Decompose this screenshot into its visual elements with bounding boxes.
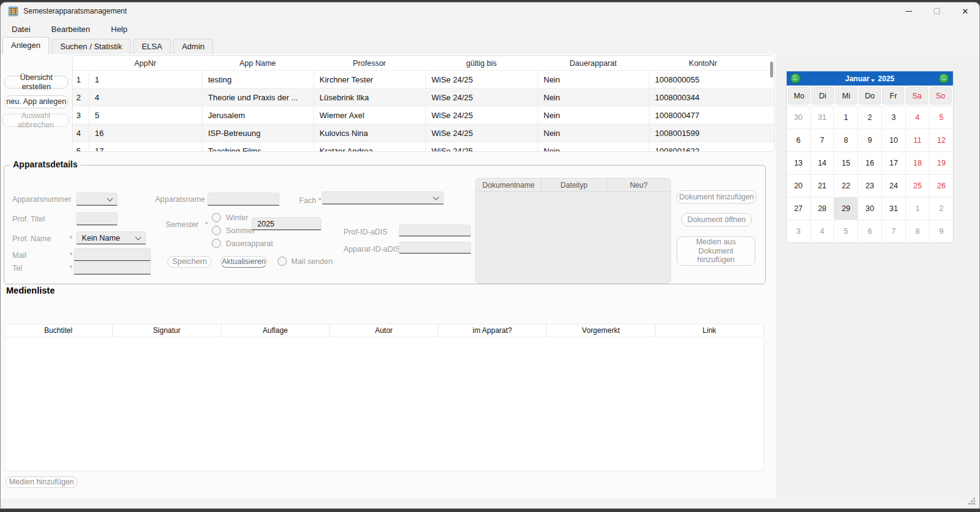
tab-anlegen[interactable]: Anlegen xyxy=(2,37,49,54)
tab-admin[interactable]: Admin xyxy=(173,39,213,54)
resize-grip[interactable] xyxy=(973,503,975,505)
cell: 5 xyxy=(89,106,202,124)
calendar-day-cell[interactable]: 1 xyxy=(833,106,857,129)
tab-suchen-statistik[interactable]: Suchen / Statistik xyxy=(52,39,131,54)
calendar-day-cell[interactable]: 21 xyxy=(810,174,834,197)
calendar-day-cell[interactable]: 10 xyxy=(882,129,906,151)
medien-aus-dokument-button[interactable]: Medien aus Dokument hinzufügen xyxy=(677,236,755,266)
calendar-day-cell[interactable]: 18 xyxy=(906,151,930,174)
calendar-prev-button[interactable]: ← xyxy=(790,73,801,84)
maximize-icon xyxy=(934,8,940,14)
calendar-day-cell[interactable]: 12 xyxy=(929,129,953,151)
apps-table-row[interactable]: 35JerusalemWiemer AxelWiSe 24/25Nein1008… xyxy=(73,106,774,124)
fach-dropdown[interactable] xyxy=(322,191,444,204)
tab-elsa[interactable]: ELSA xyxy=(133,39,171,54)
calendar-day-cell[interactable]: 17 xyxy=(882,151,906,174)
calendar-day-cell[interactable]: 26 xyxy=(929,174,953,197)
calendar-next-button[interactable]: → xyxy=(939,73,949,84)
calendar-day-cell[interactable]: 14 xyxy=(810,151,834,174)
calendar-day-cell[interactable]: 9 xyxy=(857,129,882,151)
mail-input[interactable] xyxy=(74,248,151,261)
calendar-day-cell[interactable]: 19 xyxy=(929,151,953,174)
tel-input[interactable] xyxy=(74,262,151,274)
apps-table-row[interactable]: 11testingKirchner TesterWiSe 24/25Nein10… xyxy=(73,71,774,89)
apps-table-row[interactable]: 24Theorie und Praxis der ...Lüsebrink Il… xyxy=(73,89,774,106)
calendar-day-cell[interactable]: 6 xyxy=(857,220,882,242)
sommer-radio[interactable] xyxy=(212,226,221,235)
dokument-oeffnen-button[interactable]: Dokument öffnen xyxy=(681,213,752,226)
calendar-day-header-di: Di xyxy=(811,87,833,105)
menu-help[interactable]: Help xyxy=(105,22,134,37)
row-number: 1 xyxy=(73,71,89,88)
mail-senden-checkbox[interactable] xyxy=(278,257,287,266)
close-button[interactable]: ✕ xyxy=(951,2,979,20)
dauerapparat-radio[interactable] xyxy=(212,239,221,248)
calendar-day-cell[interactable]: 6 xyxy=(787,129,810,151)
calendar-day-cell[interactable]: 31 xyxy=(810,106,834,129)
calendar-day-cell[interactable]: 27 xyxy=(787,197,810,220)
calendar-day-cell[interactable]: 5 xyxy=(929,106,953,129)
prof-name-dropdown[interactable]: Kein Name xyxy=(76,231,146,244)
mail-label: Mail xyxy=(12,251,26,260)
calendar-day-cell[interactable]: 31 xyxy=(882,197,906,220)
calendar-day-cell[interactable]: 2 xyxy=(857,106,882,129)
calendar-day-cell[interactable]: 28 xyxy=(810,197,834,220)
media-column-header: Signatur xyxy=(112,324,220,337)
apparat-id-input[interactable] xyxy=(399,242,471,254)
menu-bar: DateiBearbeitenHelp xyxy=(1,20,979,38)
prof-name-label: Prof. Name xyxy=(12,234,51,243)
apparatsname-input[interactable] xyxy=(207,193,279,206)
apps-table-scrollbar[interactable] xyxy=(770,62,773,78)
calendar-day-cell[interactable]: 23 xyxy=(857,174,882,197)
sidebar-button-1[interactable]: Übersicht erstellen xyxy=(4,76,68,89)
speichern-button[interactable]: Speichern xyxy=(167,256,212,268)
menu-bearbeiten[interactable]: Bearbeiten xyxy=(45,22,96,37)
apps-table-row[interactable]: 517Teaching FilmsKratzer AndreaWiSe 24/2… xyxy=(73,142,774,152)
menu-datei[interactable]: Datei xyxy=(6,22,36,37)
winter-radio[interactable] xyxy=(212,213,221,222)
calendar-day-header-sa: Sa xyxy=(906,87,928,105)
calendar-day-cell[interactable]: 25 xyxy=(906,174,930,197)
medien-hinzufuegen-button[interactable]: Medien hinzufügen xyxy=(6,476,78,488)
calendar-month: Januar xyxy=(845,74,869,83)
calendar-day-cell[interactable]: 11 xyxy=(906,129,930,151)
calendar-grid: 3031123456789101112131415161718192021222… xyxy=(787,106,953,242)
apps-table-row[interactable]: 416ISP-BetreuungKulovics NinaWiSe 24/25N… xyxy=(73,124,774,142)
calendar-day-cell[interactable]: 8 xyxy=(906,220,930,242)
calendar-day-cell[interactable]: 2 xyxy=(929,197,953,220)
calendar-day-cell[interactable]: 3 xyxy=(882,106,906,129)
calendar-day-cell[interactable]: 13 xyxy=(787,151,810,174)
calendar-day-cell[interactable]: 20 xyxy=(787,174,810,197)
calendar-day-cell[interactable]: 30 xyxy=(787,106,810,129)
calendar-day-cell[interactable]: 30 xyxy=(857,197,882,220)
calendar-week: 6789101112 xyxy=(787,129,953,151)
calendar-day-cell[interactable]: 15 xyxy=(833,151,857,174)
calendar-day-cell[interactable]: 4 xyxy=(906,106,930,129)
apparatsnummer-dropdown[interactable] xyxy=(76,193,118,206)
aktualisieren-button[interactable]: Aktualisieren xyxy=(220,256,267,268)
calendar-day-cell[interactable]: 9 xyxy=(929,220,953,242)
calendar-day-cell[interactable]: 8 xyxy=(833,129,857,151)
calendar-day-cell[interactable]: 24 xyxy=(882,174,906,197)
calendar-day-cell[interactable]: 3 xyxy=(787,220,810,242)
minimize-button[interactable] xyxy=(894,2,923,20)
calendar-day-cell[interactable]: 7 xyxy=(882,220,906,242)
calendar-title[interactable]: Januar 2025 xyxy=(845,74,894,83)
calendar-day-cell[interactable]: 5 xyxy=(833,220,857,242)
cell: Kirchner Tester xyxy=(313,71,425,88)
prof-id-input[interactable] xyxy=(399,225,471,236)
calendar-day-cell[interactable]: 1 xyxy=(906,197,930,220)
calendar-day-cell[interactable]: 7 xyxy=(810,129,834,151)
calendar-day-cell[interactable]: 4 xyxy=(810,220,834,242)
year-input[interactable]: 2025 xyxy=(252,217,321,230)
calendar-day-cell[interactable]: 16 xyxy=(857,151,882,174)
calendar-day-cell[interactable]: 29 xyxy=(833,197,857,220)
sidebar-button-2[interactable]: neu. App anlegen xyxy=(4,95,68,108)
calendar-day-cell[interactable]: 22 xyxy=(833,174,857,197)
sidebar-button-3[interactable]: Auswahl abbrechen xyxy=(2,114,70,127)
maximize-button[interactable] xyxy=(923,2,951,20)
calendar-header: ← Januar 2025 → xyxy=(787,71,953,86)
prof-titel-input[interactable] xyxy=(76,212,118,225)
documents-table: DokumentnameDateitypNeu? xyxy=(475,178,671,284)
dokument-hinzufuegen-button[interactable]: Dokument hinzufügen xyxy=(677,190,757,204)
